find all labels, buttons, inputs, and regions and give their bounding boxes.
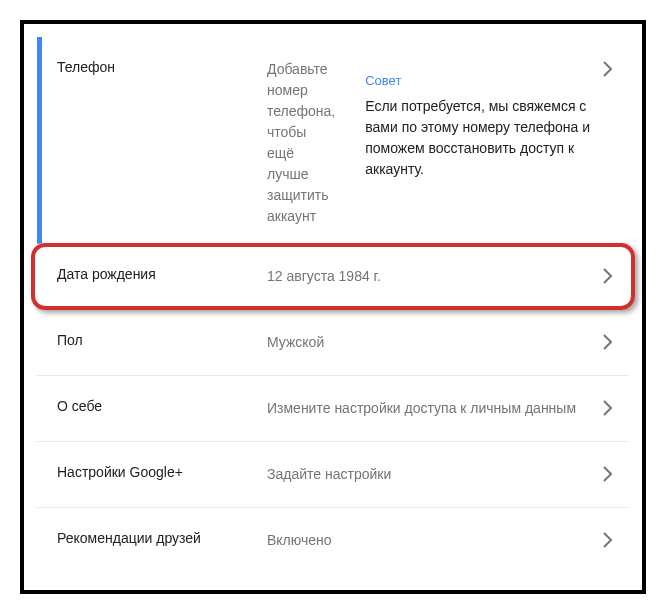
phone-tip-section: Совет Если потребуется, мы свяжемся с ва… <box>365 73 611 180</box>
googleplus-label: Настройки Google+ <box>57 464 267 480</box>
screenshot-frame: Телефон Добавьте номер телефона, чтобы е… <box>20 20 646 594</box>
settings-item-googleplus[interactable]: Настройки Google+ Задайте настройки <box>37 442 629 508</box>
gender-value: Мужской <box>267 332 611 353</box>
recommendations-value: Включено <box>267 530 611 551</box>
settings-item-about[interactable]: О себе Измените настройки доступа к личн… <box>37 376 629 442</box>
birthdate-value: 12 августа 1984 г. <box>267 266 611 287</box>
chevron-right-icon <box>603 61 613 81</box>
chevron-right-icon <box>603 466 613 486</box>
birthdate-label: Дата рождения <box>57 266 267 282</box>
googleplus-value: Задайте настройки <box>267 464 611 485</box>
tip-text: Если потребуется, мы свяжемся с вами по … <box>365 96 611 180</box>
settings-item-phone[interactable]: Телефон Добавьте номер телефона, чтобы е… <box>37 37 629 244</box>
phone-value: Добавьте номер телефона, чтобы ещё лучше… <box>267 59 365 227</box>
gender-label: Пол <box>57 332 267 348</box>
about-value: Измените настройки доступа к личным данн… <box>267 398 611 419</box>
about-label: О себе <box>57 398 267 414</box>
settings-list: Телефон Добавьте номер телефона, чтобы е… <box>37 37 629 577</box>
chevron-right-icon <box>603 334 613 354</box>
settings-item-birthdate-wrapper: Дата рождения 12 августа 1984 г. <box>37 244 629 310</box>
settings-item-recommendations[interactable]: Рекомендации друзей Включено <box>37 508 629 573</box>
recommendations-label: Рекомендации друзей <box>57 530 267 546</box>
chevron-right-icon <box>603 268 613 288</box>
settings-item-gender[interactable]: Пол Мужской <box>37 310 629 376</box>
settings-item-birthdate[interactable]: Дата рождения 12 августа 1984 г. <box>37 244 629 310</box>
chevron-right-icon <box>603 400 613 420</box>
tip-label: Совет <box>365 73 611 88</box>
phone-label: Телефон <box>57 59 267 75</box>
chevron-right-icon <box>603 532 613 552</box>
